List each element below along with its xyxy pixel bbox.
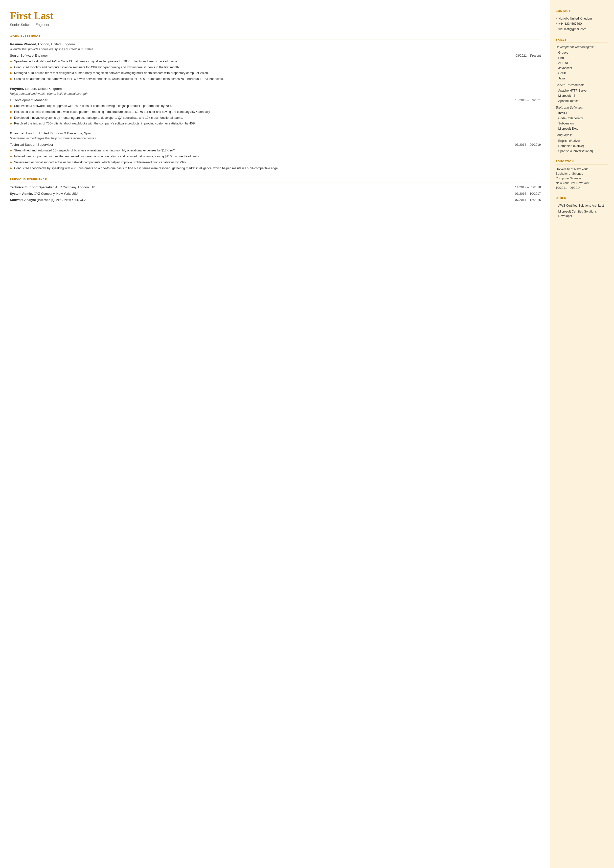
bullet-icon	[10, 61, 12, 62]
contact-email: first.last@gmail.com	[558, 27, 586, 32]
bullet-icon: •	[556, 112, 557, 115]
employer-1-location: London, United Kingdom	[37, 42, 75, 46]
skill-item: •Grails	[556, 71, 608, 76]
employer-2-tagline: Helps personal and wealth clients build …	[10, 92, 541, 96]
skill-item: •Microsoft Excel	[556, 126, 608, 131]
bullet-icon: •	[556, 150, 557, 154]
bullet-icon: •	[556, 22, 557, 26]
skill-item: •English (Native)	[556, 138, 608, 143]
employer-3-name: Growthsi,	[10, 131, 25, 135]
bullet-icon	[10, 161, 12, 163]
bullet-text: Supervised a software project upgrade wi…	[14, 104, 172, 109]
prev-role-3: Software Analyst (Internship),	[10, 198, 56, 202]
other-item-2: • Microsoft Certified Solutions Develope…	[556, 209, 608, 219]
edu-institution: University of New York	[556, 167, 608, 172]
contact-item-2: • +44 1234567890	[556, 22, 608, 26]
bullet-icon: •	[556, 117, 557, 121]
skill-item: •Spanish (Conversational)	[556, 149, 608, 154]
skill-item: •Groovy	[556, 50, 608, 55]
list-item: Conducted robotics and computer science …	[10, 65, 541, 70]
prev-company-3: ABC, New York, USA	[56, 198, 87, 202]
skill-item: •Microsoft IIS	[556, 93, 608, 98]
bullet-list-1: Spearheaded a digital card API in NodeJS…	[10, 59, 541, 81]
bullet-icon: •	[556, 127, 557, 131]
resume-page: First Last Senior Software Engineer WORK…	[0, 0, 614, 868]
bullet-text: Developed innovative systems by mentorin…	[14, 116, 183, 120]
employer-block-1: Resume Worded, London, United Kingdom A …	[10, 42, 541, 81]
job-title-3: Technical Support Supervisor	[10, 142, 53, 147]
bullet-text: Managed a 10-person team that designed a…	[14, 71, 209, 76]
main-column: First Last Senior Software Engineer WORK…	[0, 0, 550, 868]
employer-2-name: Polyhire,	[10, 87, 24, 90]
skill-item: •IntelliJ	[556, 111, 608, 116]
skill-item: •Perl	[556, 56, 608, 61]
job-row-1: Senior Software Engineer 08/2021 – Prese…	[10, 53, 541, 58]
prev-role-1: Technical Support Specialist,	[10, 185, 54, 189]
list-item: Developed innovative systems by mentorin…	[10, 116, 541, 120]
employer-block-2: Polyhire, London, United Kingdom Helps p…	[10, 86, 541, 126]
bullet-icon	[10, 111, 12, 113]
employer-3-tagline: Specializes in mortgages that help custo…	[10, 136, 541, 141]
bullet-icon: •	[556, 139, 557, 143]
bullet-icon	[10, 105, 12, 107]
bullet-icon: •	[556, 144, 557, 148]
bullet-icon: •	[556, 210, 557, 214]
prev-dates-1: 11/2017 – 05/2018	[515, 185, 541, 190]
previous-experience-section: PREVIOUS EXPERIENCE Technical Support Sp…	[10, 177, 541, 202]
employer-2-location: London, United Kingdom	[24, 87, 62, 90]
bullet-icon: •	[556, 89, 557, 93]
edu-dates: 10/2011 - 06/2014	[556, 186, 608, 190]
list-item: Streamlined and automated 10+ aspects of…	[10, 148, 541, 153]
other-text-1: AWS Certified Solutions Architect	[558, 203, 604, 208]
skill-item: •Romanian (Native)	[556, 144, 608, 149]
previous-experience-title: PREVIOUS EXPERIENCE	[10, 177, 541, 183]
bullet-list-3: Streamlined and automated 10+ aspects of…	[10, 148, 541, 171]
skill-item: •ASP.NET	[556, 61, 608, 65]
list-item: Resolved the issues of 700+ clients abou…	[10, 121, 541, 126]
other-item-1: • AWS Certified Solutions Architect	[556, 203, 608, 208]
bullet-icon	[10, 150, 12, 151]
job-title: Senior Software Engineer	[10, 22, 541, 28]
job-title-1: Senior Software Engineer	[10, 53, 48, 58]
job-dates-3: 06/2018 – 09/2019	[515, 143, 541, 147]
bullet-text: Supervised technical support activities …	[14, 160, 187, 165]
bullet-icon: •	[556, 72, 557, 76]
header: First Last Senior Software Engineer	[10, 10, 541, 28]
list-item: Supervised technical support activities …	[10, 160, 541, 165]
employer-3-location: London, United Kingdom & Barcelona, Spai…	[25, 131, 93, 135]
skill-item: •Apache HTTP Server	[556, 89, 608, 93]
prev-dates-2: 01/2016 – 10/2017	[515, 191, 541, 196]
bullet-icon: •	[556, 51, 557, 55]
employer-1-name: Resume Worded,	[10, 42, 37, 46]
bullet-text: Relocated business operations to a web-b…	[14, 110, 211, 114]
skills-category-server: Server Environments:	[556, 83, 608, 88]
skill-item: •Apache Tomcat	[556, 99, 608, 103]
skill-item: •Subversion	[556, 121, 608, 126]
bullet-icon	[10, 168, 12, 169]
skills-category-dev: Development Technologies:	[556, 45, 608, 50]
prev-exp-row-1: Technical Support Specialist, ABC Compan…	[10, 185, 541, 190]
skills-section: SKILLS Development Technologies: •Groovy…	[556, 37, 608, 154]
bullet-icon: •	[556, 67, 557, 70]
other-section: OTHER • AWS Certified Solutions Architec…	[556, 196, 608, 219]
bullet-text: Streamlined and automated 10+ aspects of…	[14, 148, 175, 153]
job-dates-1: 08/2021 – Present	[516, 53, 541, 58]
bullet-icon: •	[556, 77, 557, 81]
prev-company-1: ABC Company, London, UK	[54, 185, 95, 189]
work-experience-section: WORK EXPERIENCE Resume Worded, London, U…	[10, 34, 541, 171]
contact-address: Norfolk, United Kingdom	[558, 16, 592, 21]
bullet-icon	[10, 67, 12, 68]
bullet-text: Conducted robotics and computer science …	[14, 65, 180, 70]
bullet-icon	[10, 123, 12, 124]
bullet-list-2: Supervised a software project upgrade wi…	[10, 104, 541, 126]
edu-location: New York City, New York	[556, 181, 608, 186]
sidebar: CONTACT • Norfolk, United Kingdom • +44 …	[550, 0, 614, 868]
list-item: Spearheaded a digital card API in NodeJS…	[10, 59, 541, 64]
other-text-2: Microsoft Certified Solutions Developer	[558, 209, 608, 219]
bullet-icon: •	[556, 62, 557, 65]
job-row-2: IT Development Manager 10/2019 – 07/2021	[10, 98, 541, 103]
list-item: Managed a 10-person team that designed a…	[10, 71, 541, 76]
bullet-text: Conducted spot-checks by speaking with 4…	[14, 166, 279, 171]
edu-field: Computer Science	[556, 176, 608, 181]
employer-block-3: Growthsi, London, United Kingdom & Barce…	[10, 131, 541, 171]
